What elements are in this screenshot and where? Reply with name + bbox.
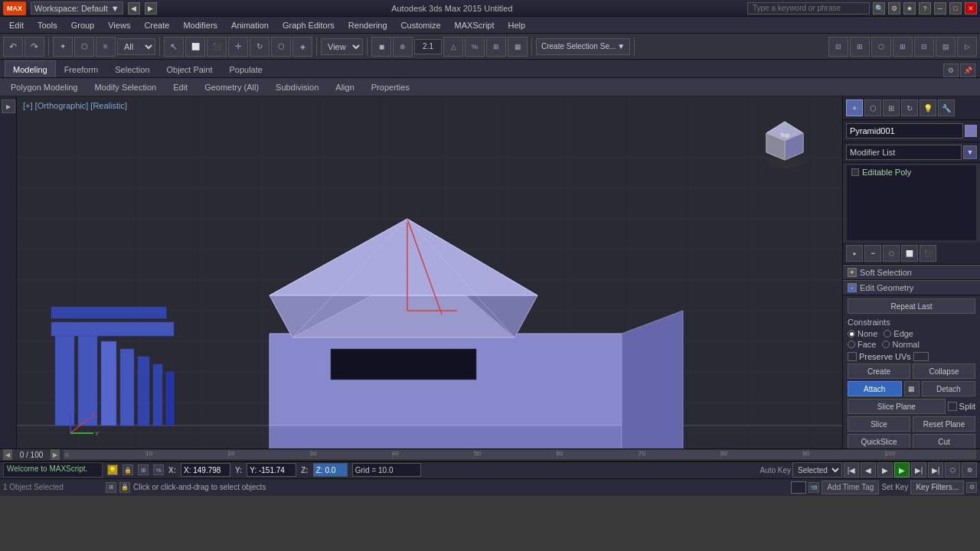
align-btn[interactable]: ⊟ <box>914 37 934 57</box>
add-time-tag-btn[interactable]: Add Time Tag <box>822 481 879 494</box>
nav-back-btn[interactable]: ◀ <box>128 2 140 15</box>
help-search-icon[interactable]: 🔍 <box>873 2 885 15</box>
filter-select[interactable]: All <box>117 38 155 55</box>
constraint-edge-radio[interactable] <box>884 330 891 337</box>
detach-btn[interactable]: Detach <box>922 381 976 396</box>
panel-display-icon[interactable]: 💡 <box>920 99 936 116</box>
search-input[interactable] <box>747 2 870 15</box>
minimize-btn[interactable]: ─ <box>934 2 946 15</box>
sub-subdivision[interactable]: Subdivision <box>270 81 325 93</box>
repeat-last-btn[interactable]: Repeat Last <box>848 298 975 314</box>
constraint-face[interactable]: Face <box>848 340 876 349</box>
star-icon[interactable]: ★ <box>903 2 916 15</box>
attach-btn[interactable]: Attach <box>848 381 902 396</box>
play-selected-btn[interactable]: ▶ <box>894 462 910 478</box>
panel-motion-icon[interactable]: ↻ <box>901 99 918 116</box>
ribbon-settings-btn[interactable]: ⚙ <box>943 64 959 77</box>
create-btn[interactable]: Create <box>848 364 910 379</box>
undo-btn[interactable]: ↶ <box>3 37 23 57</box>
soft-selection-toggle[interactable]: + <box>848 268 857 277</box>
tab-selection[interactable]: Selection <box>106 60 158 77</box>
select-filter-btn[interactable]: ≡ <box>96 37 116 57</box>
constraint-none[interactable]: None <box>848 329 877 338</box>
constraint-face-radio[interactable] <box>848 341 855 348</box>
menu-create[interactable]: Create <box>138 18 175 33</box>
preserve-uvs-settings[interactable] <box>913 352 929 361</box>
percent-status-icon[interactable]: % <box>153 465 164 475</box>
menu-views[interactable]: Views <box>102 18 136 33</box>
sub-polygon-modeling[interactable]: Polygon Modeling <box>5 81 83 93</box>
snap-btn[interactable]: △ <box>443 37 463 57</box>
constraint-normal[interactable]: Normal <box>882 340 919 349</box>
workspace-dropdown[interactable]: Workspace: Default ▼ <box>31 2 123 15</box>
render-setup-btn[interactable]: ▤ <box>936 37 956 57</box>
modifier-expand-btn[interactable]: ▼ <box>963 145 977 159</box>
sub-modify-selection[interactable]: Modify Selection <box>88 81 162 93</box>
ribbon-pin-btn[interactable]: 📌 <box>960 64 975 77</box>
key-filter2-icon[interactable]: ⚙ <box>966 482 977 493</box>
menu-edit[interactable]: Edit <box>3 18 30 33</box>
timeline-next-btn[interactable]: ▶ <box>51 449 60 460</box>
menu-tools[interactable]: Tools <box>31 18 64 33</box>
ref-coord-btn[interactable]: ◈ <box>292 37 312 57</box>
modifier-checkbox[interactable] <box>851 168 859 176</box>
material-btn[interactable]: ◼ <box>371 37 391 57</box>
scene-explorer-btn[interactable]: ⊟ <box>828 37 848 57</box>
timeline-track[interactable]: 0 10 20 30 40 50 60 70 80 90 100 <box>63 449 977 460</box>
sub-geometry-all[interactable]: Geometry (All) <box>198 81 265 93</box>
move-btn[interactable]: ✛ <box>228 37 248 57</box>
key-mode-btn[interactable]: ⬡ <box>945 462 960 478</box>
spinner-btn[interactable]: ⊞ <box>486 37 506 57</box>
settings-icon[interactable]: ⚙ <box>888 2 900 15</box>
menu-help[interactable]: Help <box>502 18 532 33</box>
cut-btn[interactable]: Cut <box>913 434 975 448</box>
slice-btn[interactable]: Slice <box>848 416 910 432</box>
menu-modifiers[interactable]: Modifiers <box>177 18 224 33</box>
create-selection-btn[interactable]: Create Selection Se... ▼ <box>536 38 630 55</box>
play-btn[interactable]: ▶ <box>877 462 893 478</box>
menu-group[interactable]: Group <box>65 18 101 33</box>
menu-customize[interactable]: Customize <box>395 18 447 33</box>
constraint-edge[interactable]: Edge <box>884 329 913 338</box>
panel-create-icon[interactable]: ✦ <box>846 99 863 116</box>
sub-edit[interactable]: Edit <box>167 81 194 93</box>
array-btn[interactable]: ⊞ <box>893 37 913 57</box>
auto-key-select[interactable]: Selected <box>792 462 842 478</box>
z-coord-field[interactable] <box>313 463 348 477</box>
soft-selection-header[interactable]: + Soft Selection <box>843 265 980 280</box>
percent-btn[interactable]: % <box>465 37 485 57</box>
viewport[interactable]: [+] [Orthographic] [Realistic] <box>17 96 842 448</box>
info-icon[interactable]: ? <box>919 2 931 15</box>
tab-modeling[interactable]: Modeling <box>5 60 56 77</box>
modifier-editable-poly[interactable]: Editable Poly <box>847 165 976 179</box>
select-window-btn[interactable]: ⬛ <box>207 37 227 57</box>
edge-level-icon[interactable]: ━ <box>864 245 881 262</box>
sub-properties[interactable]: Properties <box>365 81 416 93</box>
preserve-uvs-checkbox[interactable] <box>848 352 857 361</box>
go-end-btn[interactable]: ▶| <box>928 462 943 478</box>
panel-hierarchy-icon[interactable]: ⊞ <box>883 99 900 116</box>
lock-selection-icon[interactable]: 🔒 <box>119 482 130 493</box>
reset-plane-btn[interactable]: Reset Plane <box>913 416 975 432</box>
tab-object-paint[interactable]: Object Paint <box>158 60 221 77</box>
tab-populate[interactable]: Populate <box>220 60 270 77</box>
nav-fwd-btn[interactable]: ▶ <box>145 2 157 15</box>
panel-utilities-icon[interactable]: 🔧 <box>938 99 955 116</box>
polygon-level-icon[interactable]: ⬜ <box>901 245 918 262</box>
menu-rendering[interactable]: Rendering <box>342 18 394 33</box>
layer-manager-btn[interactable]: ⊞ <box>850 37 870 57</box>
render-btn[interactable]: ▷ <box>957 37 977 57</box>
view-select[interactable]: View <box>321 38 363 55</box>
go-start-btn[interactable]: |◀ <box>844 462 859 478</box>
sub-align[interactable]: Align <box>329 81 360 93</box>
redo-btn[interactable]: ↷ <box>24 37 44 57</box>
pivot-input[interactable] <box>414 39 442 54</box>
panel-modify-icon[interactable]: ⬡ <box>864 99 881 116</box>
vertex-level-icon[interactable]: ● <box>846 245 863 262</box>
constraint-normal-radio[interactable] <box>882 341 890 348</box>
next-frame-btn[interactable]: ▶| <box>911 462 926 478</box>
select-region2-btn[interactable]: ⬜ <box>185 37 205 57</box>
maximize-btn[interactable]: □ <box>949 2 962 15</box>
menu-maxscript[interactable]: MAXScript <box>449 18 501 33</box>
object-name-input[interactable] <box>846 123 963 139</box>
